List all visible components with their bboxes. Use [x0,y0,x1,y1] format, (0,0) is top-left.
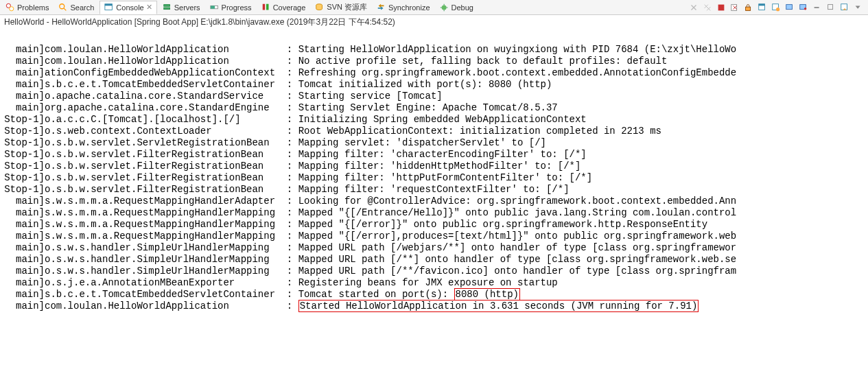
console-output[interactable]: main] com.loulan.HelloWorldApplication :… [0,30,868,315]
remove-launch-icon[interactable] [688,2,699,13]
svg-rect-9 [210,5,214,8]
servers-icon [163,3,172,12]
tab-synchronize[interactable]: Synchronize [373,1,434,14]
svg-point-2 [60,3,64,8]
log-line: main] o.s.w.s.handler.SimpleUrlHandlerMa… [0,254,868,266]
svg-rect-25 [786,4,793,9]
show-console-stdout-icon[interactable] [784,2,795,13]
view-tabbar: Problems Search Console✕ Servers Progres… [0,0,868,15]
minimize-icon[interactable] [812,2,823,13]
svg-point-24 [776,8,779,11]
svg-rect-5 [105,3,113,5]
log-line: main] org.apache.catalina.core.StandardE… [0,102,868,114]
log-line: main] com.loulan.HelloWorldApplication :… [0,300,868,312]
show-console-stderr-icon[interactable] [798,2,809,13]
maximize-icon[interactable] [825,2,836,13]
progress-icon [210,3,220,12]
tab-label: Coverage [273,3,306,12]
tab-label: Console [116,3,143,12]
tab-debug[interactable]: Debug [436,1,478,14]
log-line: main] s.w.s.m.m.a.RequestMappingHandlerM… [0,231,868,242]
tab-label: Problems [17,3,49,12]
search-icon [58,3,68,12]
sync-icon [377,3,386,12]
tab-coverage[interactable]: Coverage [257,1,310,14]
remove-all-icon[interactable] [702,2,713,13]
svg-rect-29 [828,4,833,9]
tab-label: Search [70,3,94,12]
log-line: Stop-1] o.s.b.w.servlet.FilterRegistrati… [0,149,868,161]
svg-point-13 [441,5,446,10]
pin-console-icon[interactable] [757,2,768,13]
log-line: Stop-1] o.s.b.w.servlet.FilterRegistrati… [0,172,868,184]
log-line: main] o.s.w.s.handler.SimpleUrlHandlerMa… [0,266,868,277]
svg-rect-7 [163,8,169,10]
tab-label: Debug [451,3,473,12]
tab-label: Servers [174,3,200,12]
close-tab-icon[interactable]: ✕ [146,3,152,12]
display-selected-icon[interactable] [771,2,782,13]
problems-icon [5,3,15,12]
svg-rect-6 [163,4,169,6]
log-line: main] ationConfigEmbeddedWebApplicationC… [0,67,868,79]
tab-search[interactable]: Search [54,1,98,14]
tab-svn[interactable]: SVN 资源库 [311,1,371,14]
svg-point-27 [804,8,807,10]
log-line: main] o.apache.catalina.core.StandardSer… [0,91,868,102]
console-toolbar [688,2,868,13]
svn-icon [315,3,325,12]
log-line: main] o.s.j.e.a.AnnotationMBeanExporter … [0,277,868,289]
svg-rect-18 [718,4,725,10]
svg-line-3 [64,8,67,10]
svg-rect-11 [266,3,269,10]
tab-label: Synchronize [388,3,430,12]
svg-point-1 [10,6,14,10]
log-line: Stop-1] o.a.c.c.C.[Tomcat].[localhost].[… [0,114,868,126]
log-line: main] s.b.c.e.t.TomcatEmbeddedServletCon… [0,79,868,91]
log-line: main] s.w.s.m.m.a.RequestMappingHandlerM… [0,207,868,219]
svg-rect-19 [731,4,737,10]
clear-console-icon[interactable] [729,2,740,13]
log-line: main] s.w.s.m.m.a.RequestMappingHandlerA… [0,196,868,207]
tab-label: Progress [222,3,252,12]
log-line: main] s.b.c.e.t.TomcatEmbeddedServletCon… [0,289,868,300]
tab-progress[interactable]: Progress [206,1,256,14]
terminate-icon[interactable] [716,2,727,13]
tab-problems[interactable]: Problems [1,1,53,14]
log-line: main] com.loulan.HelloWorldApplication :… [0,44,868,56]
log-line: Stop-1] o.s.b.w.servlet.FilterRegistrati… [0,161,868,172]
log-line: Stop-1] o.s.b.w.servlet.ServletRegistrat… [0,137,868,149]
tab-label: SVN 资源库 [327,2,367,12]
log-line: main] o.s.w.s.handler.SimpleUrlHandlerMa… [0,242,868,254]
scroll-lock-icon[interactable] [743,2,754,13]
console-process-header: HelloWorld - HelloWorldApplication [Spri… [0,15,868,30]
svg-rect-20 [746,7,751,10]
log-line: Stop-1] o.s.web.context.ContextLoader : … [0,126,868,137]
tab-servers[interactable]: Servers [159,1,204,14]
console-icon [104,3,114,12]
coverage-icon [261,3,271,12]
log-line: main] s.w.s.m.m.a.RequestMappingHandlerM… [0,219,868,231]
open-console-icon[interactable] [839,2,850,13]
log-line: Stop-1] o.s.b.w.servlet.FilterRegistrati… [0,184,868,196]
svg-rect-28 [814,7,819,8]
svg-rect-10 [262,3,265,10]
log-line: main] com.loulan.HelloWorldApplication :… [0,56,868,67]
svg-rect-22 [759,3,765,5]
view-menu-icon[interactable] [853,2,864,13]
debug-icon [440,3,449,12]
tab-console[interactable]: Console✕ [99,1,156,14]
